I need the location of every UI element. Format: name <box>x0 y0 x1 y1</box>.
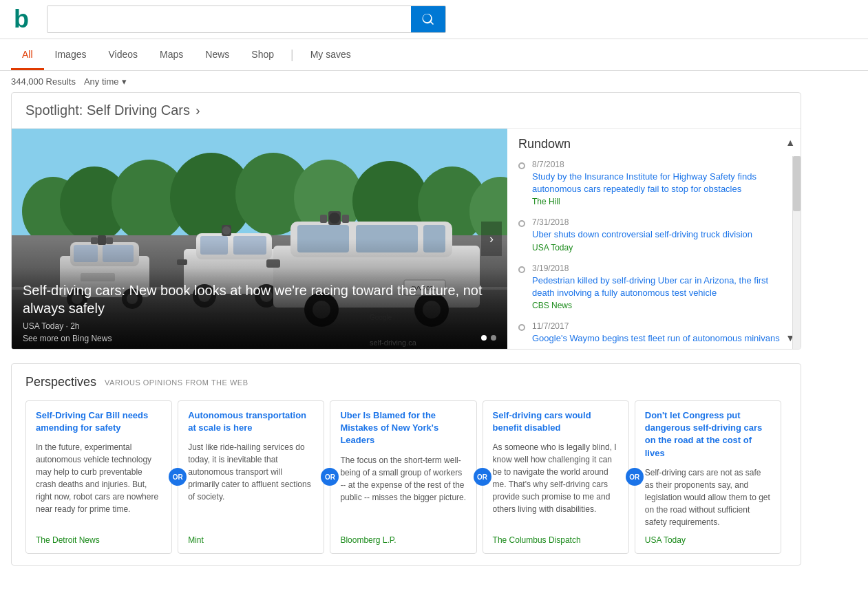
search-icon <box>421 12 435 26</box>
svg-rect-51 <box>342 215 349 223</box>
rundown-items: 8/7/2018 Study by the Insurance Institut… <box>518 160 790 346</box>
image-carousel: 6VVA09L Google <box>12 129 507 349</box>
perspective-headline[interactable]: Uber Is Blamed for the Mistakes of New Y… <box>340 409 466 447</box>
svg-rect-50 <box>320 215 327 223</box>
rundown-content: 3/19/2018 Pedestrian killed by self-driv… <box>532 264 790 310</box>
rundown-content: 7/31/2018 Uber shuts down controversial … <box>532 217 752 252</box>
or-badge: OR <box>474 468 491 486</box>
chevron-down-icon: ▾ <box>122 76 127 87</box>
tab-maps[interactable]: Maps <box>149 41 194 70</box>
or-badge: OR <box>169 468 187 486</box>
perspective-body: In the future, experimental autonomous v… <box>36 441 162 528</box>
tab-my-saves[interactable]: My saves <box>299 41 362 70</box>
tab-images[interactable]: Images <box>44 41 98 70</box>
rundown-section: Rundown ▲ 8/7/2018 Study by the Insuranc… <box>507 129 801 349</box>
tab-videos[interactable]: Videos <box>97 41 149 70</box>
see-more-link[interactable]: See more on Bing News <box>23 334 496 343</box>
nav-tabs: All Images Videos Maps News Shop | My sa… <box>0 39 868 71</box>
perspective-source: The Detroit News <box>36 535 162 545</box>
bing-logo: b <box>11 6 39 33</box>
perspectives-header: Perspectives VARIOUS OPINIONS FROM THE W… <box>25 375 787 389</box>
rundown-date: 8/7/2018 <box>532 160 790 169</box>
perspectives-title: Perspectives <box>25 375 96 389</box>
spotlight-header: Spotlight: Self Driving Cars › <box>12 93 801 129</box>
rundown-scroll-up-button[interactable]: ▲ <box>785 137 795 148</box>
perspective-headline[interactable]: Self-Driving Car Bill needs amending for… <box>36 409 162 434</box>
svg-point-49 <box>329 213 340 224</box>
rundown-date: 7/31/2018 <box>532 217 752 227</box>
main-content: Spotlight: Self Driving Cars › <box>0 92 812 566</box>
perspective-card: OR Self-driving cars would benefit disab… <box>483 400 629 554</box>
nav-separator: | <box>288 39 297 70</box>
spotlight-section: Spotlight: Self Driving Cars › <box>11 92 801 350</box>
or-badge: OR <box>626 468 644 486</box>
rundown-dot <box>518 266 525 273</box>
carousel-dot-1[interactable] <box>481 335 487 341</box>
spotlight-title: Spotlight: Self Driving Cars <box>25 103 190 118</box>
rundown-dot <box>518 324 525 331</box>
perspective-source: Mint <box>188 535 314 545</box>
perspective-card: OR Autonomous transportation at scale is… <box>178 400 324 554</box>
perspective-card: OR Uber Is Blamed for the Mistakes of Ne… <box>330 400 476 554</box>
rundown-dot <box>518 220 525 227</box>
perspectives-subtitle: VARIOUS OPINIONS FROM THE WEB <box>105 378 248 387</box>
carousel-overlay: Self-driving cars: New book looks at how… <box>12 268 507 349</box>
perspective-body: Self-driving cars are not as safe as the… <box>645 466 771 528</box>
rundown-scrollbar[interactable] <box>792 156 801 349</box>
perspective-body: Just like ride-hailing services do today… <box>188 441 314 528</box>
tab-news[interactable]: News <box>194 41 240 70</box>
svg-text:b: b <box>14 6 29 33</box>
perspective-card: OR Don't let Congress put dangerous self… <box>635 400 781 554</box>
rundown-source: USA Today <box>532 243 752 252</box>
rundown-item: 7/31/2018 Uber shuts down controversial … <box>518 217 790 252</box>
carousel-source: USA Today · 2h <box>23 321 496 331</box>
carousel-dot-2[interactable] <box>491 335 496 341</box>
rundown-title: Rundown <box>518 137 790 151</box>
rundown-item: 8/7/2018 Study by the Insurance Institut… <box>518 160 790 206</box>
results-info: 344,000 Results Any time ▾ <box>0 71 868 92</box>
search-button[interactable] <box>411 6 445 33</box>
carousel-next-button[interactable]: › <box>481 222 502 256</box>
perspective-card: Self-Driving Car Bill needs amending for… <box>25 400 172 554</box>
spotlight-body: 6VVA09L Google <box>12 129 801 349</box>
or-badge: OR <box>321 468 339 486</box>
rundown-source: The Hill <box>532 197 790 206</box>
rundown-content: 8/7/2018 Study by the Insurance Institut… <box>532 160 790 206</box>
header: b self driving cars <box>0 0 868 39</box>
perspective-headline[interactable]: Self-driving cars would benefit disabled <box>493 409 619 434</box>
spotlight-chevron[interactable]: › <box>195 103 200 118</box>
rundown-headline[interactable]: Uber shuts down controversial self-drivi… <box>532 228 752 241</box>
perspective-headline[interactable]: Autonomous transportation at scale is he… <box>188 409 314 434</box>
rundown-item: 3/19/2018 Pedestrian killed by self-driv… <box>518 264 790 310</box>
rundown-source: CBS News <box>532 301 790 310</box>
carousel-image: 6VVA09L Google <box>12 129 507 349</box>
perspective-headline[interactable]: Don't let Congress put dangerous self-dr… <box>645 409 771 460</box>
results-count: 344,000 Results <box>11 76 76 87</box>
rundown-item: 11/7/2017 Google's Waymo begins test fle… <box>518 321 790 346</box>
carousel-dots <box>481 335 496 341</box>
tab-shop[interactable]: Shop <box>240 41 285 70</box>
scrollbar-thumb[interactable] <box>793 156 801 211</box>
carousel-title: Self-driving cars: New book looks at how… <box>23 281 496 317</box>
rundown-content: 11/7/2017 Google's Waymo begins test fle… <box>532 321 780 346</box>
rundown-headline[interactable]: Study by the Insurance Institute for Hig… <box>532 171 790 195</box>
rundown-date: 3/19/2018 <box>532 264 790 273</box>
search-input[interactable]: self driving cars <box>47 6 411 32</box>
tab-all[interactable]: All <box>11 41 44 70</box>
rundown-date: 11/7/2017 <box>532 321 780 331</box>
perspective-body: The focus on the short-term well-being o… <box>340 454 466 528</box>
rundown-headline[interactable]: Pedestrian killed by self-driving Uber c… <box>532 275 790 299</box>
perspectives-section: Perspectives VARIOUS OPINIONS FROM THE W… <box>11 363 801 566</box>
perspective-source: The Columbus Dispatch <box>493 535 619 545</box>
rundown-headline[interactable]: Google's Waymo begins test fleet run of … <box>532 332 780 345</box>
perspective-body: As someone who is legally blind, I know … <box>493 441 619 528</box>
any-time-filter[interactable]: Any time ▾ <box>84 76 127 87</box>
perspectives-list: Self-Driving Car Bill needs amending for… <box>25 400 787 554</box>
search-bar: self driving cars <box>47 6 446 33</box>
svg-point-36 <box>222 226 231 235</box>
perspective-source: Bloomberg L.P. <box>340 535 466 545</box>
perspective-source: USA Today <box>645 535 771 545</box>
rundown-dot <box>518 162 525 169</box>
